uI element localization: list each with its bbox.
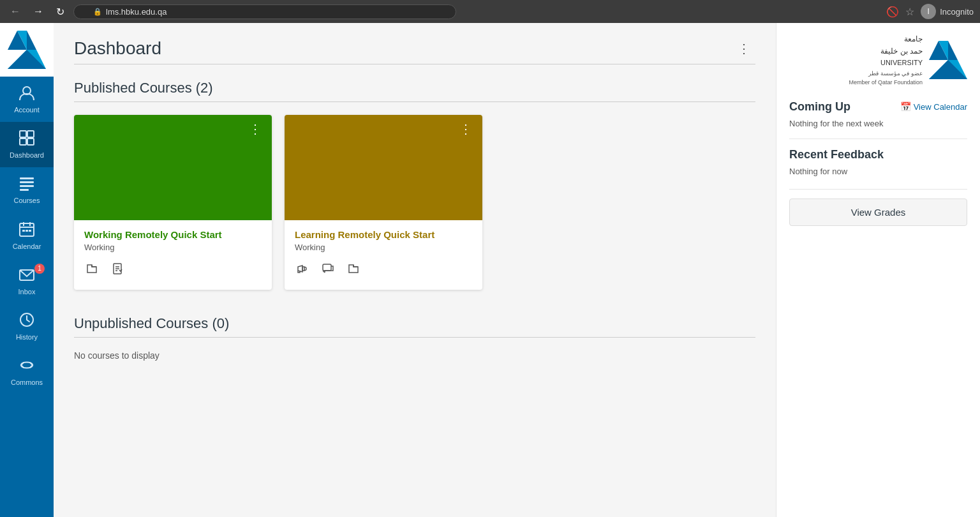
course-card-1-assignments-button[interactable] [110, 261, 125, 280]
svg-marker-31 [948, 41, 958, 60]
course-card-2-header: ⋮ [285, 115, 482, 220]
sidebar-item-dashboard[interactable]: Dashboard [0, 122, 54, 167]
courses-grid: ⋮ Working Remotely Quick Start Working [74, 115, 755, 290]
course-card-1-name: Working Remotely Quick Start [84, 229, 262, 240]
inbox-badge: 1 [34, 264, 45, 274]
inbox-icon [19, 266, 35, 285]
right-panel: جامعة حمد بن خليفة UNIVERSITY عضو في مؤس… [776, 23, 980, 517]
recent-feedback-title: Recent Feedback [789, 148, 967, 161]
sidebar-item-calendar-label: Calendar [13, 243, 41, 251]
coming-up-divider [789, 139, 967, 139]
sidebar-item-dashboard-label: Dashboard [10, 151, 44, 160]
sidebar-item-history[interactable]: History [0, 304, 54, 349]
course-card-2-announcements-button[interactable] [295, 261, 310, 280]
course-card-1-status: Working [84, 243, 262, 252]
course-card-2-name: Learning Remotely Quick Start [295, 229, 472, 240]
sidebar-item-history-label: History [16, 333, 38, 341]
svg-rect-10 [20, 177, 34, 179]
no-courses-message: No courses to display [74, 350, 755, 361]
view-calendar-link[interactable]: 📅 View Calendar [900, 101, 967, 112]
unpublished-section-divider [74, 337, 755, 338]
sidebar-item-commons[interactable]: Commons [0, 349, 54, 394]
course-card-2-files-button[interactable] [346, 261, 361, 280]
course-card-1[interactable]: ⋮ Working Remotely Quick Start Working [74, 115, 272, 290]
header-menu-button[interactable]: ⋮ [732, 38, 755, 59]
hbku-logo-icon [8, 31, 46, 69]
course-card-2-status: Working [295, 243, 472, 252]
published-section-divider [74, 101, 755, 102]
forward-button[interactable]: → [29, 4, 47, 19]
sidebar-item-account-label: Account [14, 106, 40, 114]
no-camera-icon: 🚫 [886, 6, 899, 18]
svg-rect-9 [27, 139, 34, 145]
svg-rect-20 [29, 230, 31, 232]
course-card-1-files-button[interactable] [84, 261, 100, 280]
reload-button[interactable]: ↻ [52, 4, 68, 19]
lock-icon: 🔒 [93, 8, 102, 16]
svg-rect-13 [20, 189, 29, 191]
content-scroll: Dashboard ⋮ Published Courses (2) ⋮ Work… [54, 23, 980, 517]
bookmark-icon[interactable]: ☆ [905, 6, 914, 18]
svg-rect-11 [20, 181, 34, 183]
sidebar-item-inbox[interactable]: 1 Inbox [0, 258, 54, 304]
course-card-1-icons [84, 261, 262, 280]
course-card-2-body: Learning Remotely Quick Start Working [285, 220, 482, 290]
page-header: Dashboard ⋮ [74, 38, 755, 59]
courses-icon [19, 175, 35, 194]
coming-up-title: Coming Up [789, 100, 850, 114]
nothing-next-week-text: Nothing for the next week [789, 119, 967, 128]
url-text: lms.hbku.edu.qa [106, 7, 167, 17]
dashboard-icon [19, 130, 35, 149]
svg-rect-18 [22, 230, 25, 232]
course-card-1-body: Working Remotely Quick Start Working [74, 220, 272, 290]
svg-rect-19 [26, 230, 28, 232]
sidebar-logo [0, 23, 54, 77]
sidebar-item-courses-label: Courses [14, 197, 40, 205]
svg-rect-8 [20, 139, 26, 145]
account-icon [19, 84, 35, 103]
sidebar-item-account[interactable]: Account [0, 77, 54, 122]
unpublished-courses-title: Unpublished Courses (0) [74, 315, 755, 332]
recent-feedback-divider [789, 189, 967, 190]
back-button[interactable]: ← [6, 4, 24, 19]
view-calendar-label: View Calendar [914, 102, 967, 112]
course-card-2[interactable]: ⋮ Learning Remotely Quick Start Working [285, 115, 482, 290]
svg-rect-27 [302, 267, 304, 271]
history-icon [19, 311, 35, 331]
commons-icon [19, 357, 35, 376]
profile-label: Incognito [940, 7, 974, 17]
sidebar-item-commons-label: Commons [11, 378, 43, 387]
page-title: Dashboard [74, 38, 161, 59]
course-card-1-header: ⋮ [74, 115, 272, 220]
sidebar-item-calendar[interactable]: Calendar [0, 213, 54, 258]
sidebar: Account Dashboard [0, 23, 54, 517]
header-divider [74, 64, 755, 64]
svg-marker-2 [27, 31, 36, 50]
university-name-ar: جامعة حمد بن خليفة UNIVERSITY عضو في مؤس… [849, 33, 923, 87]
browser-chrome: ← → ↻ 🔒 lms.hbku.edu.qa 🚫 ☆ I Incognito [0, 0, 980, 23]
published-courses-title: Published Courses (2) [74, 80, 755, 96]
calendar-icon [19, 221, 35, 240]
sidebar-item-courses[interactable]: Courses [0, 167, 54, 213]
nothing-now-text: Nothing for now [789, 167, 967, 176]
address-bar[interactable]: 🔒 lms.hbku.edu.qa [73, 4, 456, 19]
svg-rect-12 [20, 185, 34, 187]
svg-rect-7 [27, 131, 34, 137]
course-card-2-discussions-button[interactable] [320, 261, 336, 280]
app-container: Account Dashboard [0, 23, 980, 517]
university-logo-area: جامعة حمد بن خليفة UNIVERSITY عضو في مؤس… [789, 33, 967, 87]
university-logo-graphic [929, 41, 967, 79]
course-card-1-menu-button[interactable]: ⋮ [246, 121, 265, 137]
course-card-2-menu-button[interactable]: ⋮ [457, 121, 476, 137]
svg-rect-6 [20, 131, 26, 137]
browser-actions: 🚫 ☆ I Incognito [886, 4, 974, 19]
center-panel: Dashboard ⋮ Published Courses (2) ⋮ Work… [54, 23, 776, 517]
svg-rect-28 [323, 264, 331, 271]
calendar-small-icon: 📅 [900, 101, 911, 112]
view-grades-button[interactable]: View Grades [789, 199, 967, 226]
profile-avatar: I [921, 4, 936, 19]
course-card-2-icons [295, 261, 472, 280]
sidebar-item-inbox-label: Inbox [19, 288, 36, 296]
profile-pill[interactable]: I Incognito [921, 4, 974, 19]
coming-up-header: Coming Up 📅 View Calendar [789, 100, 967, 114]
